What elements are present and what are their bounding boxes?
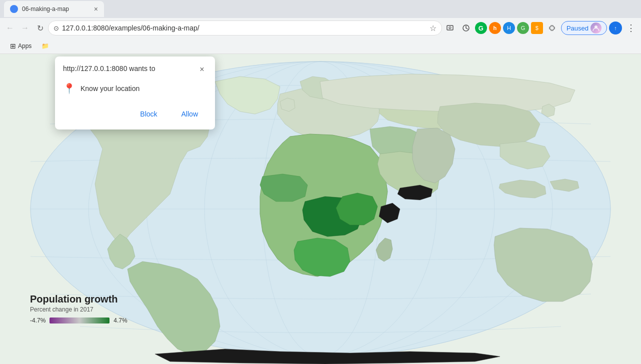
popup-close-button[interactable]: ×	[197, 64, 207, 74]
popup-header: http://127.0.0.1:8080 wants to ×	[63, 64, 207, 74]
legend-bar-container: -4.7% 4.7%	[30, 317, 128, 324]
back-button[interactable]: ←	[3, 21, 17, 35]
security-icon: ⊙	[54, 24, 59, 32]
apps-grid-icon: ⊞	[10, 42, 16, 50]
bookmark-apps[interactable]: ⊞ Apps	[6, 40, 36, 52]
profile-avatar	[590, 22, 602, 34]
wallet-icon[interactable]: $	[531, 22, 543, 34]
tab-favicon	[10, 5, 18, 13]
navigation-toolbar: ← → ↻ ⊙ 127.0.0.1:8080/examples/06-makin…	[0, 18, 641, 38]
popup-permission-row: 📍 Know your location	[63, 80, 207, 96]
legend-max-label: 4.7%	[114, 317, 127, 324]
history-icon[interactable]	[459, 21, 473, 35]
folder-icon: 📁	[42, 42, 49, 50]
legend-title: Population growth	[30, 294, 128, 305]
more-options-icon[interactable]: ⋮	[624, 21, 638, 35]
url-text: 127.0.0.1:8080/examples/06-making-a-map/	[62, 24, 426, 32]
profile-badge[interactable]: Paused	[561, 21, 607, 35]
map-legend: Population growth Percent change in 2017…	[30, 294, 128, 324]
toolbar-right: G h H G $ Paused ↑ ⋮	[443, 21, 638, 35]
svg-rect-0	[447, 26, 453, 30]
tab-close-button[interactable]: ×	[94, 5, 98, 13]
bookmark-apps-label: Apps	[18, 42, 32, 50]
legend-subtitle: Percent change in 2017	[30, 306, 128, 313]
profile-label: Paused	[566, 24, 588, 32]
permission-text: Know your location	[80, 84, 140, 92]
forward-button[interactable]: →	[18, 21, 32, 35]
bookmark-folder[interactable]: 📁	[38, 40, 53, 52]
popup-actions: Block Allow	[63, 106, 207, 122]
screenshots-icon[interactable]	[443, 21, 457, 35]
chrome-update-icon[interactable]: ↑	[609, 22, 622, 34]
main-content: Population growth Percent change in 2017…	[0, 54, 641, 364]
grammarly-icon[interactable]: G	[475, 22, 487, 34]
browser-chrome: 06-making-a-map × ← → ↻ ⊙ 127.0.0.1:8080…	[0, 0, 641, 54]
reload-button[interactable]: ↻	[33, 21, 47, 35]
active-tab[interactable]: 06-making-a-map ×	[4, 1, 104, 17]
svg-point-1	[449, 27, 451, 29]
location-icon: 📍	[63, 82, 76, 94]
extension-icon[interactable]: H	[503, 22, 515, 34]
block-button[interactable]: Block	[131, 106, 166, 122]
popup-title: http://127.0.0.1:8080 wants to	[63, 64, 155, 72]
tab-bar: 06-making-a-map ×	[0, 0, 641, 18]
bookmark-star-icon[interactable]: ☆	[430, 24, 436, 33]
honey-icon[interactable]: h	[489, 22, 501, 34]
allow-button[interactable]: Allow	[172, 106, 207, 122]
extensions-puzzle-icon[interactable]	[545, 21, 559, 35]
tab-title: 06-making-a-map	[22, 6, 90, 12]
legend-gradient-bar	[50, 318, 110, 324]
grammarly2-icon[interactable]: G	[517, 22, 529, 34]
bookmarks-bar: ⊞ Apps 📁	[0, 38, 641, 54]
permission-popup: http://127.0.0.1:8080 wants to × 📍 Know …	[55, 56, 215, 130]
legend-min-label: -4.7%	[30, 317, 46, 324]
address-bar[interactable]: ⊙ 127.0.0.1:8080/examples/06-making-a-ma…	[48, 20, 442, 36]
